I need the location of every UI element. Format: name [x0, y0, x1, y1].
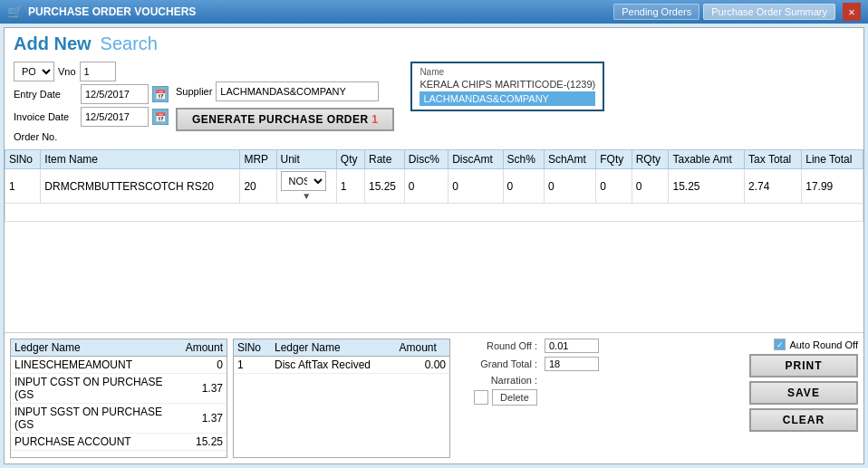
generate-btn-number: 1 — [371, 113, 378, 126]
ledger-amount: 1.37 — [182, 404, 227, 434]
col-fqty: FQty — [596, 150, 632, 169]
delete-button[interactable]: Delete — [492, 389, 537, 406]
disc-amount: 0.00 — [395, 357, 449, 374]
print-button[interactable]: PRINT — [749, 354, 858, 377]
disc-slno: 1 — [234, 357, 271, 374]
summary-panel: Round Off : 0.01 Grand Total : 18 Narrat… — [456, 339, 744, 458]
action-panel: ✓ Auto Round Off PRINT SAVE CLEAR — [749, 339, 858, 458]
list-item: INPUT SGST ON PURCHASE (GS 1.37 — [11, 404, 227, 434]
close-button[interactable]: × — [843, 3, 861, 21]
col-rate: Rate — [364, 150, 404, 169]
cell-rqty: 0 — [632, 169, 669, 204]
supplier-input[interactable] — [216, 81, 379, 101]
col-qty: Qty — [336, 150, 364, 169]
col-item-name: Item Name — [41, 150, 240, 169]
ledger-amount: 15.25 — [182, 434, 227, 451]
clear-button[interactable]: CLEAR — [749, 408, 858, 432]
col-rqty: RQty — [632, 150, 669, 169]
title-bar-left: 🛒 PURCHASE ORDER VOUCHERS — [7, 5, 196, 19]
invoice-date-calendar-icon[interactable]: 📅 — [152, 109, 169, 125]
vno-label: Vno — [58, 66, 76, 77]
col-sch-pct: Sch% — [503, 150, 544, 169]
cell-slno: 1 — [5, 169, 41, 204]
data-table-section: SlNo Item Name MRP Unit Qty Rate Disc% D… — [5, 149, 863, 332]
items-table: SlNo Item Name MRP Unit Qty Rate Disc% D… — [5, 149, 863, 222]
col-sch-amt: SchAmt — [544, 150, 595, 169]
po-type-select[interactable]: PO — [14, 62, 54, 81]
page-heading: Add New Search — [14, 33, 854, 54]
disc-col-name: Ledger Name — [271, 339, 395, 357]
cell-line-total: 17.99 — [802, 169, 863, 204]
cell-fqty: 0 — [596, 169, 632, 204]
app-icon: 🛒 — [7, 5, 23, 19]
unit-select[interactable]: NOS — [281, 171, 326, 191]
grand-total-value: 18 — [545, 357, 599, 371]
header-section: Add New Search PO Vno 1 Entry Date 📅 — [5, 28, 863, 149]
ledger-amount: 1.37 — [182, 374, 227, 404]
cell-sch-amt: 0 — [544, 169, 595, 204]
pending-orders-button[interactable]: Pending Orders — [613, 4, 699, 20]
cell-taxable-amt: 15.25 — [669, 169, 745, 204]
vno-input[interactable]: 1 — [80, 62, 116, 81]
cell-rate: 15.25 — [364, 169, 404, 204]
disc-col-amount: Amount — [395, 339, 449, 357]
ledger-amount: 0 — [182, 357, 227, 374]
disc-ledger-name: Disc AftTax Recived — [271, 357, 395, 374]
auto-round-off-row: ✓ Auto Round Off — [749, 339, 858, 350]
invoice-date-input[interactable] — [81, 107, 149, 127]
grand-total-label: Grand Total : — [456, 358, 537, 369]
title-bar-right: Pending Orders Purchase Order Summary × — [613, 3, 861, 21]
ledger-name: INPUT CGST ON PURCHASE (GS — [11, 374, 182, 404]
ledger-col-name: Ledger Name — [11, 339, 182, 357]
col-disc-amt: DiscAmt — [448, 150, 503, 169]
name-value1: KERALA CHIPS MARITTICODE-(1239) — [420, 77, 595, 91]
purchase-order-summary-button[interactable]: Purchase Order Summary — [703, 4, 835, 20]
name-box: Name KERALA CHIPS MARITTICODE-(1239) LAC… — [410, 62, 604, 111]
col-tax-total: Tax Total — [745, 150, 802, 169]
auto-round-off-checkbox[interactable]: ✓ — [774, 339, 786, 350]
main-content: Add New Search PO Vno 1 Entry Date 📅 — [4, 27, 864, 464]
col-unit: Unit — [276, 150, 336, 169]
table-row: 1 DRMCRMBUTTERSCOTCH RS20 20 NOS ▼ 1 15.… — [5, 169, 863, 204]
narration-row: Narration : — [456, 375, 744, 386]
add-new-label: Add New — [14, 33, 92, 54]
save-button[interactable]: SAVE — [749, 381, 858, 405]
round-off-value: 0.01 — [545, 339, 599, 353]
app-title: PURCHASE ORDER VOUCHERS — [28, 5, 196, 18]
supplier-label: Supplier — [176, 86, 212, 97]
search-label: Search — [101, 33, 158, 54]
ledger-name: INPUT SGST ON PURCHASE (GS — [11, 404, 182, 434]
col-slno: SlNo — [5, 150, 41, 169]
grand-total-row: Grand Total : 18 — [456, 357, 744, 371]
list-item: LINESCHEMEAMOUNT 0 — [11, 357, 227, 374]
cell-qty: 1 — [336, 169, 364, 204]
cell-mrp: 20 — [240, 169, 276, 204]
cell-item-name: DRMCRMBUTTERSCOTCH RS20 — [41, 169, 240, 204]
disc-panel: SlNo Ledger Name Amount 1 Disc AftTax Re… — [233, 339, 450, 458]
disc-col-slno: SlNo — [234, 339, 271, 357]
col-taxable-amt: Taxable Amt — [669, 150, 745, 169]
cell-disc-amt: 0 — [448, 169, 503, 204]
col-mrp: MRP — [240, 150, 276, 169]
delete-checkbox[interactable] — [474, 390, 488, 405]
ledger-name: LINESCHEMEAMOUNT — [11, 357, 182, 374]
round-off-label: Round Off : — [456, 340, 537, 351]
col-line-total: Line Total — [802, 150, 863, 169]
disc-table: SlNo Ledger Name Amount 1 Disc AftTax Re… — [234, 339, 449, 374]
generate-btn-label: GENERATE PURCHASE ORDER — [192, 113, 369, 126]
order-no-label: Order No. — [14, 131, 57, 142]
round-off-row: Round Off : 0.01 — [456, 339, 744, 353]
narration-label: Narration : — [456, 375, 537, 386]
cell-tax-total: 2.74 — [745, 169, 802, 204]
entry-date-input[interactable] — [81, 84, 149, 104]
ledger-name: PURCHASE ACCOUNT — [11, 434, 182, 451]
cell-sch-pct: 0 — [503, 169, 544, 204]
name-value2: LACHMANDAS&COMPANY — [420, 91, 595, 106]
list-item: INPUT CGST ON PURCHASE (GS 1.37 — [11, 374, 227, 404]
bottom-section: Ledger Name Amount LINESCHEMEAMOUNT 0 IN… — [5, 332, 863, 463]
invoice-date-label: Invoice Date — [14, 111, 77, 122]
title-bar: 🛒 PURCHASE ORDER VOUCHERS Pending Orders… — [0, 0, 868, 24]
generate-purchase-order-button[interactable]: GENERATE PURCHASE ORDER 1 — [176, 108, 394, 131]
entry-date-calendar-icon[interactable]: 📅 — [152, 86, 169, 102]
ledger-table: Ledger Name Amount LINESCHEMEAMOUNT 0 IN… — [11, 339, 227, 451]
